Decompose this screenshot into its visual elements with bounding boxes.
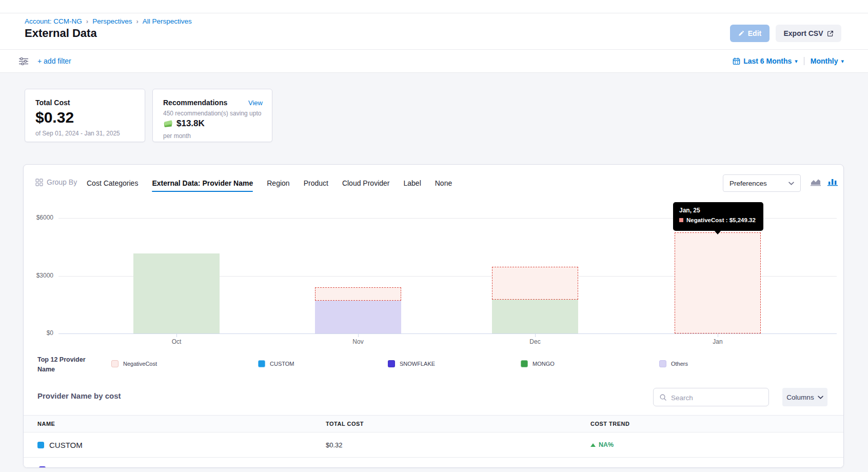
breadcrumb-link-account-ccm-ng[interactable]: Account: CCM-NG <box>25 17 82 25</box>
table-header-row: NAMETOTAL COSTCOST TREND <box>24 415 844 432</box>
recommendations-label: Recommendations <box>163 99 227 107</box>
content-area: Total Cost $0.32 of Sep 01, 2024 - Jan 3… <box>0 73 868 472</box>
column-header-total-cost: TOTAL COST <box>326 416 364 432</box>
time-controls: Last 6 Months ▾ Monthly ▾ <box>733 50 844 72</box>
trend-up-icon <box>590 443 596 447</box>
recommendations-card: Recommendations View 450 recommendation(… <box>152 89 272 142</box>
provider-color-swatch <box>39 466 46 468</box>
tab-cost-categories[interactable]: Cost Categories <box>87 179 138 187</box>
tab-external-data-provider-name[interactable]: External Data: Provider Name <box>152 179 253 187</box>
legend-label: NegativeCost <box>123 361 157 367</box>
table-body: CUSTOM$0.32NA% <box>24 432 844 468</box>
legend-item-snowflake[interactable]: SNOWFLAKE <box>388 360 435 367</box>
column-header-cost-trend: COST TREND <box>590 416 630 432</box>
table-row-partial <box>24 458 844 468</box>
chart-legend: Top 12 Provider Name NegativeCostCUSTOMS… <box>24 356 844 377</box>
group-by-tabs: Cost CategoriesExternal Data: Provider N… <box>87 174 452 192</box>
trend-value: NA% <box>599 441 614 448</box>
edit-button[interactable]: Edit <box>730 25 770 42</box>
tooltip-caret-icon <box>714 230 721 234</box>
legend-item-mongo[interactable]: MONGO <box>521 360 555 367</box>
legend-item-others[interactable]: Others <box>659 360 688 367</box>
tab-cloud-provider[interactable]: Cloud Provider <box>342 179 390 187</box>
bar-mongo-oct[interactable] <box>133 253 220 333</box>
legend-swatch <box>388 360 395 367</box>
bar-negativecost-nov[interactable] <box>315 287 401 301</box>
chevron-down-icon: ▾ <box>795 58 798 65</box>
granularity-dropdown[interactable]: Monthly ▾ <box>811 57 844 65</box>
chevron-down-icon <box>818 396 823 399</box>
granularity-label: Monthly <box>811 57 838 65</box>
page-title: External Data <box>25 27 97 40</box>
legend-swatch <box>521 360 528 367</box>
breadcrumb-separator-icon: › <box>86 17 88 25</box>
column-header-name: NAME <box>37 416 55 432</box>
legend-label: Others <box>671 361 688 367</box>
provider-name-cell: CUSTOM <box>37 432 83 457</box>
bar-others-nov[interactable] <box>315 301 401 333</box>
y-axis-label: $0 <box>24 329 53 337</box>
group-by-row: Group By Cost CategoriesExternal Data: P… <box>24 174 844 192</box>
chevron-down-icon: ▾ <box>841 58 844 65</box>
add-filter-button[interactable]: + add filter <box>37 50 71 72</box>
savings-value: $13.8K <box>176 119 205 129</box>
legend-title: Top 12 Provider Name <box>37 355 95 375</box>
page: Account: CCM-NG›Perspectives›All Perspec… <box>0 0 868 472</box>
filter-settings-icon[interactable] <box>19 57 28 67</box>
legend-label: CUSTOM <box>270 361 294 367</box>
tab-none[interactable]: None <box>435 179 452 187</box>
recommendations-savings: $13.8K <box>163 119 205 129</box>
y-axis-label: $6000 <box>24 214 53 221</box>
external-link-icon <box>827 30 834 37</box>
legend-label: MONGO <box>532 361 555 367</box>
export-csv-label: Export CSV <box>783 29 823 37</box>
tab-label[interactable]: Label <box>403 179 421 187</box>
tooltip-title: Jan, 25 <box>679 207 757 214</box>
provider-color-swatch <box>37 442 44 448</box>
search-box <box>653 388 769 406</box>
search-icon <box>659 394 667 401</box>
tooltip-row: NegativeCost : $5,249.32 <box>679 217 757 223</box>
calendar-icon <box>733 57 740 65</box>
tooltip-value: NegativeCost : $5,249.32 <box>686 217 756 223</box>
tooltip-series-swatch <box>679 218 683 222</box>
total-cost-value: $0.32 <box>35 109 74 126</box>
time-range-dropdown[interactable]: Last 6 Months ▾ <box>733 57 798 65</box>
perspective-panel: Group By Cost CategoriesExternal Data: P… <box>23 164 844 468</box>
preferences-dropdown[interactable]: Preferences <box>723 174 801 192</box>
vertical-divider <box>804 57 804 65</box>
edit-button-label: Edit <box>748 29 761 37</box>
columns-button[interactable]: Columns <box>782 388 827 406</box>
preferences-label: Preferences <box>729 180 767 187</box>
bar-mongo-dec[interactable] <box>492 300 578 333</box>
legend-swatch <box>659 360 666 367</box>
view-recommendations-link[interactable]: View <box>248 99 263 107</box>
columns-label: Columns <box>786 394 814 401</box>
tab-region[interactable]: Region <box>267 179 289 187</box>
export-csv-button[interactable]: Export CSV <box>776 25 841 42</box>
total-cost-period: of Sep 01, 2024 - Jan 31, 2025 <box>35 130 120 137</box>
breadcrumb-separator-icon: › <box>136 17 138 25</box>
bar-negativecost-jan[interactable] <box>675 232 761 333</box>
pencil-icon <box>738 30 744 36</box>
table-row-custom[interactable]: CUSTOM$0.32NA% <box>24 432 844 458</box>
x-axis-tick <box>535 334 536 337</box>
breadcrumb-link-all-perspectives[interactable]: All Perspectives <box>143 17 192 25</box>
total-cost-label: Total Cost <box>35 99 70 107</box>
bar-negativecost-dec[interactable] <box>492 267 578 300</box>
chevron-down-icon <box>788 182 794 185</box>
tab-product[interactable]: Product <box>304 179 328 187</box>
x-axis-label: Jan <box>697 338 738 345</box>
table-title: Provider Name by cost <box>37 391 121 400</box>
filter-bar: + add filter Last 6 Months ▾ Monthly ▾ <box>0 49 868 73</box>
bar-chart-toggle-icon[interactable] <box>827 178 838 188</box>
group-by-grid-icon <box>35 179 43 188</box>
area-chart-toggle-icon[interactable] <box>810 178 821 188</box>
x-axis-tick <box>358 334 359 337</box>
legend-item-custom[interactable]: CUSTOM <box>258 360 294 367</box>
x-axis-label: Nov <box>338 338 379 345</box>
breadcrumb-link-perspectives[interactable]: Perspectives <box>92 17 132 25</box>
x-axis-label: Oct <box>156 338 197 345</box>
legend-item-negativecost[interactable]: NegativeCost <box>111 360 157 367</box>
search-input[interactable] <box>670 388 767 407</box>
